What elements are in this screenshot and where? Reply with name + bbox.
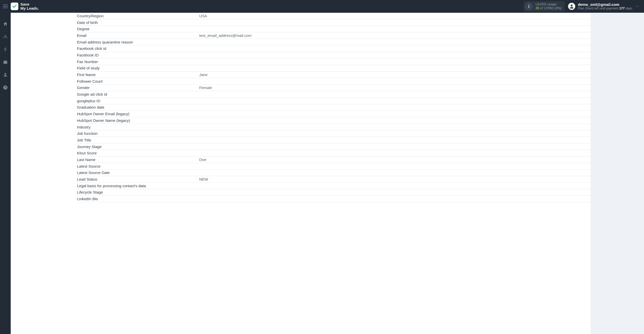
menu-toggle-button[interactable] xyxy=(0,0,11,13)
avatar-icon xyxy=(568,3,575,10)
field-row: Follower Count xyxy=(77,78,591,85)
field-value: Female xyxy=(199,85,591,90)
field-label: Country/Region xyxy=(77,14,199,18)
field-row: Facebook click id xyxy=(77,45,591,52)
topbar: Save My Leads. i LEADS usage: 20 of 13'8… xyxy=(0,0,644,13)
field-label: Email address quarantine reason xyxy=(77,40,199,44)
field-label: Job Title xyxy=(77,138,199,142)
field-row: LinkedIn Bio xyxy=(77,196,591,202)
field-label: Latest Source xyxy=(77,164,199,168)
field-label: Graduation date xyxy=(77,105,199,109)
leads-usage-pct: (0%) xyxy=(555,6,561,10)
brand-name-line2: My Leads. xyxy=(20,6,39,10)
sidebar-item-connections[interactable] xyxy=(0,33,11,40)
field-label: Lifecycle Stage xyxy=(77,190,199,194)
field-label: Facebook ID xyxy=(77,53,199,57)
user-plan: Plan |Start| left until payment 177 days xyxy=(578,7,632,10)
field-label: Industry xyxy=(77,125,199,129)
field-label: HubSpot Owner Email (legacy) xyxy=(77,112,199,116)
sidebar-item-account[interactable] xyxy=(0,71,11,78)
main-area: Country/RegionUSADate of birthDegreeEmai… xyxy=(11,13,644,334)
dollar-icon xyxy=(3,47,8,52)
fields-list: Country/RegionUSADate of birthDegreeEmai… xyxy=(11,13,591,334)
sidebar-item-tools[interactable] xyxy=(0,59,11,66)
field-row: Industry xyxy=(77,124,591,130)
field-label: Fax Number xyxy=(77,60,199,64)
field-row: First NameJane xyxy=(77,71,591,78)
user-menu-button[interactable]: demo_sml@gmail.com Plan |Start| left unt… xyxy=(568,2,632,10)
field-label: Field of study xyxy=(77,66,199,70)
user-plan-days: 177 xyxy=(619,7,625,10)
field-row: Klout Score xyxy=(77,150,591,156)
leads-usage-count: 20 xyxy=(535,6,539,10)
field-row: Field of study xyxy=(77,65,591,72)
field-label: Google ad click id xyxy=(77,92,199,96)
field-row: Last NameDoe xyxy=(77,156,591,163)
user-plan-prefix: Plan |Start| left until payment xyxy=(578,7,618,10)
hamburger-icon xyxy=(3,5,8,8)
field-label: Degree xyxy=(77,27,199,31)
field-row: Degree xyxy=(77,26,591,32)
field-label: HubSpot Owner Name (legacy) xyxy=(77,118,199,123)
field-row: Fax Number xyxy=(77,59,591,65)
details-panel: Country/RegionUSADate of birthDegreeEmai… xyxy=(11,13,591,334)
user-plan-suffix: days xyxy=(626,7,632,10)
field-row: Lifecycle Stage xyxy=(77,189,591,196)
field-label: First Name xyxy=(77,72,199,77)
field-label: Journey Stage xyxy=(77,144,199,149)
field-row: Job function xyxy=(77,130,591,137)
briefcase-icon xyxy=(3,60,8,65)
sidebar-item-home[interactable] xyxy=(0,20,11,27)
field-row: Journey Stage xyxy=(77,143,591,150)
field-value: Doe xyxy=(199,157,591,162)
user-info: demo_sml@gmail.com Plan |Start| left unt… xyxy=(578,2,632,10)
field-row: Emailtest_email_address@mail.com xyxy=(77,32,591,39)
field-label: Follower Count xyxy=(77,79,199,83)
leads-usage-limit: 13'850 xyxy=(544,6,554,10)
chevron-down-icon xyxy=(636,5,639,8)
field-label: Klout Score xyxy=(77,151,199,155)
info-icon: i xyxy=(525,2,533,10)
connections-icon xyxy=(3,34,8,39)
field-row: Google ad click id xyxy=(77,91,591,98)
leads-usage-box[interactable]: i LEADS usage: 20 of 13'850 (0%) xyxy=(524,1,565,11)
field-label: Facebook click id xyxy=(77,46,199,51)
brand-name: Save My Leads. xyxy=(20,2,39,10)
sidebar-item-billing[interactable] xyxy=(0,46,11,53)
field-row: GenderFemale xyxy=(77,85,591,91)
field-row: Job Title xyxy=(77,137,591,143)
field-label: Date of birth xyxy=(77,20,199,25)
field-row: Legal basis for processing contact's dat… xyxy=(77,183,591,189)
field-value: Jane xyxy=(199,72,591,77)
field-value: test_email_address@mail.com xyxy=(199,33,591,38)
leads-usage-text: LEADS usage: 20 of 13'850 (0%) xyxy=(535,3,561,10)
field-row: Email address quarantine reason xyxy=(77,39,591,46)
field-row: googleplus ID xyxy=(77,98,591,104)
brand-logo[interactable]: Save My Leads. xyxy=(11,2,39,10)
field-row: Lead StatusNEW xyxy=(77,176,591,183)
leads-usage-of: of xyxy=(540,6,543,10)
user-email: demo_sml@gmail.com xyxy=(578,2,632,7)
field-row: Graduation date xyxy=(77,104,591,111)
logo-mark-icon xyxy=(11,3,18,10)
field-value: USA xyxy=(199,14,591,18)
field-row: Latest Source Date xyxy=(77,170,591,176)
field-row: HubSpot Owner Name (legacy) xyxy=(77,117,591,124)
sidebar-item-help[interactable] xyxy=(0,84,11,91)
field-label: Legal basis for processing contact's dat… xyxy=(77,184,199,188)
field-label: googleplus ID xyxy=(77,99,199,103)
field-label: Last Name xyxy=(77,157,199,162)
sidebar xyxy=(0,13,11,334)
field-row: HubSpot Owner Email (legacy) xyxy=(77,111,591,117)
user-icon xyxy=(3,72,8,77)
field-value: NEW xyxy=(199,177,591,181)
field-label: Email xyxy=(77,33,199,38)
topbar-collapse-button[interactable] xyxy=(634,0,641,13)
field-row: Date of birth xyxy=(77,19,591,26)
field-row: Country/RegionUSA xyxy=(77,13,591,19)
field-label: Latest Source Date xyxy=(77,170,199,175)
home-icon xyxy=(3,21,8,26)
leads-usage-title: LEADS usage: xyxy=(535,3,561,6)
field-row: Latest Source xyxy=(77,163,591,170)
leads-usage-detail: 20 of 13'850 (0%) xyxy=(535,6,561,10)
